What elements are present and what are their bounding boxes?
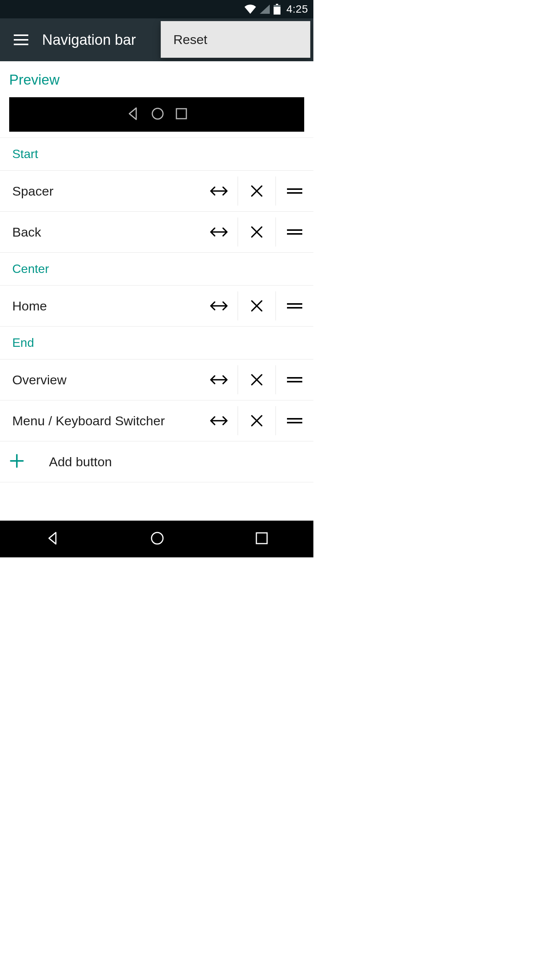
svg-rect-0 <box>276 4 278 5</box>
overview-icon <box>175 107 188 122</box>
width-arrows-icon[interactable] <box>200 365 238 394</box>
width-arrows-icon[interactable] <box>200 176 238 206</box>
svg-rect-12 <box>287 303 302 305</box>
svg-rect-10 <box>287 229 302 231</box>
list-item: Overview <box>0 359 313 400</box>
width-arrows-icon[interactable] <box>200 291 238 320</box>
svg-rect-17 <box>287 422 302 423</box>
item-label: Spacer <box>0 184 200 199</box>
svg-rect-16 <box>287 418 302 420</box>
content: Preview Start Spacer <box>0 61 313 521</box>
list-item: Spacer <box>0 171 313 212</box>
svg-rect-19 <box>256 533 267 544</box>
status-time: 4:25 <box>287 3 308 15</box>
section-start: Start <box>0 138 313 171</box>
svg-rect-8 <box>287 188 302 190</box>
item-label: Home <box>0 299 200 314</box>
list-item: Home <box>0 286 313 327</box>
drag-handle-icon[interactable] <box>276 217 313 247</box>
width-arrows-icon[interactable] <box>200 217 238 247</box>
drag-handle-icon[interactable] <box>276 365 313 394</box>
back-icon <box>126 106 140 122</box>
delete-x-icon[interactable] <box>238 217 276 247</box>
home-icon[interactable] <box>149 530 165 548</box>
system-nav-bar <box>0 521 313 557</box>
svg-rect-7 <box>176 109 186 119</box>
svg-point-18 <box>152 532 163 544</box>
svg-rect-5 <box>14 44 28 45</box>
drag-handle-icon[interactable] <box>276 176 313 206</box>
svg-point-6 <box>152 108 163 119</box>
list-item: Back <box>0 212 313 253</box>
reset-button[interactable]: Reset <box>173 32 207 47</box>
svg-rect-13 <box>287 307 302 309</box>
battery-icon <box>274 4 280 15</box>
delete-x-icon[interactable] <box>238 406 276 435</box>
overview-icon[interactable] <box>254 531 269 547</box>
item-label: Overview <box>0 372 200 387</box>
drag-handle-icon[interactable] <box>276 291 313 320</box>
item-label: Back <box>0 225 200 240</box>
svg-rect-2 <box>274 7 280 15</box>
add-button[interactable]: Add button <box>0 441 313 482</box>
svg-rect-4 <box>14 39 28 41</box>
delete-x-icon[interactable] <box>238 365 276 394</box>
svg-rect-11 <box>287 233 302 235</box>
section-end: End <box>0 327 313 359</box>
section-center: Center <box>0 253 313 286</box>
status-bar: 4:25 <box>0 0 313 18</box>
svg-rect-15 <box>287 381 302 382</box>
svg-rect-3 <box>14 34 28 36</box>
cell-signal-icon <box>260 5 270 14</box>
list-item: Menu / Keyboard Switcher <box>0 400 313 441</box>
overflow-menu: Reset <box>161 21 310 58</box>
svg-rect-9 <box>287 192 302 194</box>
svg-rect-14 <box>287 377 302 379</box>
page-title: Navigation bar <box>42 32 136 48</box>
delete-x-icon[interactable] <box>238 291 276 320</box>
plus-icon <box>9 453 24 470</box>
hamburger-icon[interactable] <box>0 18 42 61</box>
preview-label: Preview <box>0 61 313 97</box>
navbar-preview <box>9 97 304 132</box>
wifi-icon <box>245 5 256 14</box>
width-arrows-icon[interactable] <box>200 406 238 435</box>
delete-x-icon[interactable] <box>238 176 276 206</box>
drag-handle-icon[interactable] <box>276 406 313 435</box>
back-icon[interactable] <box>44 530 60 548</box>
add-button-label: Add button <box>49 454 112 469</box>
home-icon <box>150 106 165 122</box>
item-label: Menu / Keyboard Switcher <box>0 413 200 428</box>
